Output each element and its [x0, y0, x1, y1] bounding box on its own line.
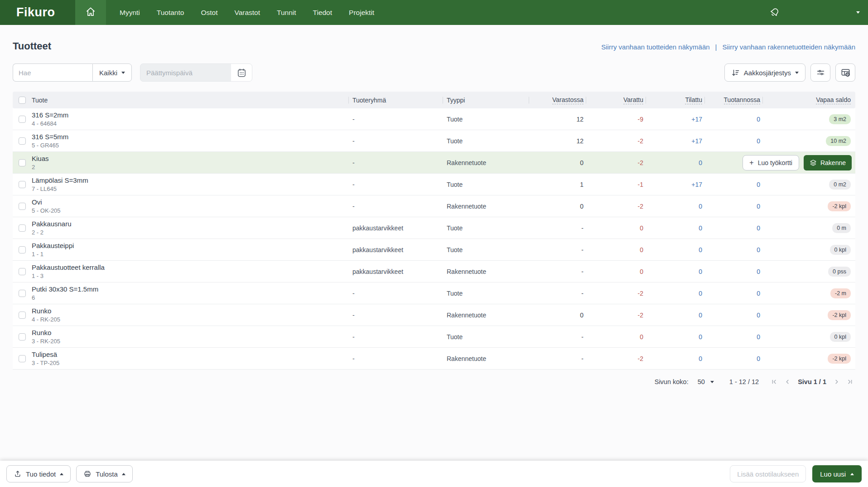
product-group: - — [349, 355, 443, 362]
product-name[interactable]: Ovi — [32, 198, 349, 206]
product-group: - — [349, 333, 443, 341]
reserved-value: 0 — [586, 268, 646, 275]
nav-item-varastot[interactable]: Varastot — [234, 9, 260, 17]
next-page-button[interactable] — [833, 378, 840, 385]
table-row[interactable]: Ovi 5 - OK-205 - Rakennetuote 0 -2 0 0 -… — [13, 195, 855, 217]
row-checkbox[interactable] — [19, 159, 26, 166]
column-settings-button[interactable] — [835, 63, 855, 82]
product-name[interactable]: Lämpölasi S=3mm — [32, 176, 349, 184]
table-row[interactable]: Lämpölasi S=3mm 7 - LL645 - Tuote 1 -1 +… — [13, 174, 855, 195]
product-name[interactable]: Putki 30x30 S=1.5mm — [32, 285, 349, 293]
column-header-ordered[interactable]: Tilattu — [646, 92, 705, 108]
sort-dropdown-button[interactable]: Aakkosjärjestys — [724, 63, 805, 82]
row-checkbox[interactable] — [19, 116, 26, 123]
table-row[interactable]: 316 S=5mm 5 - GR465 - Tuote 12 -2 +17 0 … — [13, 130, 855, 152]
select-all-checkbox[interactable] — [19, 97, 26, 104]
row-checkbox[interactable] — [19, 246, 26, 253]
table-row[interactable]: Pakkausteippi 1 - 1 pakkaustarvikkeet Tu… — [13, 239, 855, 261]
row-checkbox[interactable] — [19, 181, 26, 188]
ordered-value: +17 — [646, 137, 705, 145]
table-row[interactable]: Runko 4 - RK-205 - Rakennetuote 0 -2 0 0… — [13, 304, 855, 326]
nav-item-tiedot[interactable]: Tiedot — [313, 9, 333, 17]
table-row[interactable]: Runko 3 - RK-205 - Tuote - 0 0 0 0 kpl — [13, 326, 855, 348]
filter-type-dropdown[interactable]: Kaikki — [92, 63, 132, 82]
table-row[interactable]: Pakkausnaru 2 - 2 pakkaustarvikkeet Tuot… — [13, 217, 855, 239]
nav-item-tuotanto[interactable]: Tuotanto — [157, 9, 184, 17]
nav-item-myynti[interactable]: Myynti — [120, 9, 140, 17]
first-page-button[interactable] — [771, 378, 778, 385]
product-type: Tuote — [443, 181, 529, 188]
caret-up-icon — [122, 473, 125, 475]
table-row[interactable]: Kiuas 2 - Rakennetuote 0 -2 0 + Luo työk… — [13, 152, 855, 174]
product-name[interactable]: Pakkausnaru — [32, 220, 349, 228]
ordered-value: 0 — [646, 355, 705, 362]
home-icon — [85, 6, 96, 19]
row-checkbox[interactable] — [19, 290, 26, 297]
create-new-label: Luo uusi — [820, 470, 846, 478]
table-row[interactable]: Pakkaustuotteet kerralla 1 - 3 pakkausta… — [13, 261, 855, 282]
last-page-icon — [846, 378, 854, 385]
row-checkbox[interactable] — [19, 224, 26, 232]
create-new-button[interactable]: Luo uusi — [812, 465, 862, 482]
nav-item-tunnit[interactable]: Tunnit — [277, 9, 296, 17]
row-checkbox[interactable] — [19, 333, 26, 341]
user-menu-button[interactable] — [856, 11, 860, 14]
product-name[interactable]: Kiuas — [32, 155, 349, 162]
page-size-label: Sivun koko: — [655, 378, 689, 385]
ordered-value: 0 — [646, 224, 705, 232]
row-checkbox[interactable] — [19, 137, 26, 145]
row-checkbox[interactable] — [19, 312, 26, 319]
product-name[interactable]: 316 S=5mm — [32, 133, 349, 141]
upload-icon — [14, 470, 22, 478]
in-stock-value: - — [529, 333, 586, 341]
nav-item-ostot[interactable]: Ostot — [201, 9, 217, 17]
previous-page-button[interactable] — [784, 378, 791, 385]
chevron-left-icon — [784, 378, 791, 385]
table-row[interactable]: Tulipesä 3 - TP-205 - Rakennetuote - -2 … — [13, 348, 855, 370]
product-group: - — [349, 116, 443, 123]
row-checkbox[interactable] — [19, 355, 26, 362]
product-name[interactable]: Runko — [32, 307, 349, 315]
add-to-purchase-order-button[interactable]: Lisää ostotilaukseen — [730, 465, 806, 482]
filter-settings-button[interactable] — [810, 63, 830, 82]
product-type: Tuote — [443, 290, 529, 297]
column-header-free-balance[interactable]: Vapaa saldo — [763, 92, 855, 108]
column-header-in-stock[interactable]: Varastossa — [529, 92, 586, 108]
structure-button[interactable]: Rakenne — [804, 155, 852, 170]
logo[interactable]: Fikuro — [0, 0, 75, 25]
print-button[interactable]: Tulosta — [76, 465, 133, 482]
home-button[interactable] — [75, 0, 106, 25]
table-row[interactable]: Putki 30x30 S=1.5mm 6 - Tuote - -2 0 0 -… — [13, 282, 855, 304]
product-type: Rakennetuote — [443, 355, 529, 362]
end-date-input[interactable] — [140, 64, 231, 81]
column-header-in-production[interactable]: Tuotannossa — [705, 92, 763, 108]
legacy-built-products-link[interactable]: Siirry vanhaan rakennetuotteiden näkymää… — [722, 43, 855, 51]
sort-icon — [731, 68, 740, 77]
free-balance-badge: 0 kpl — [830, 332, 851, 342]
navbar: Fikuro MyyntiTuotantoOstotVarastotTunnit… — [0, 0, 868, 25]
page-size-select[interactable]: 50 — [698, 378, 714, 385]
product-name[interactable]: Pakkausteippi — [32, 242, 349, 249]
calendar-button[interactable] — [231, 64, 252, 81]
create-work-card-button[interactable]: + Luo työkortti — [743, 155, 799, 170]
table-row[interactable]: 316 S=2mm 4 - 64684 - Tuote 12 -9 +17 0 … — [13, 108, 855, 130]
product-name[interactable]: Runko — [32, 329, 349, 336]
product-name[interactable]: 316 S=2mm — [32, 111, 349, 119]
notifications-button[interactable] — [769, 7, 780, 18]
product-name[interactable]: Pakkaustuotteet kerralla — [32, 263, 349, 271]
column-header-reserved[interactable]: Varattu — [586, 92, 646, 108]
legacy-products-link[interactable]: Siirry vanhaan tuotteiden näkymään — [601, 43, 709, 51]
in-production-value: 0 — [705, 203, 763, 210]
last-page-button[interactable] — [846, 378, 854, 385]
create-work-card-label: Luo työkortti — [758, 159, 792, 166]
row-checkbox[interactable] — [19, 203, 26, 210]
free-balance-badge: 3 m2 — [829, 114, 851, 124]
product-name[interactable]: Tulipesä — [32, 351, 349, 358]
nav-item-projektit[interactable]: Projektit — [349, 9, 374, 17]
search-input[interactable] — [13, 63, 92, 82]
product-code: 4 - 64684 — [32, 120, 349, 127]
in-production-value: 0 — [705, 181, 763, 188]
reserved-value: -2 — [586, 355, 646, 362]
import-data-button[interactable]: Tuo tiedot — [6, 465, 71, 482]
row-checkbox[interactable] — [19, 268, 26, 275]
